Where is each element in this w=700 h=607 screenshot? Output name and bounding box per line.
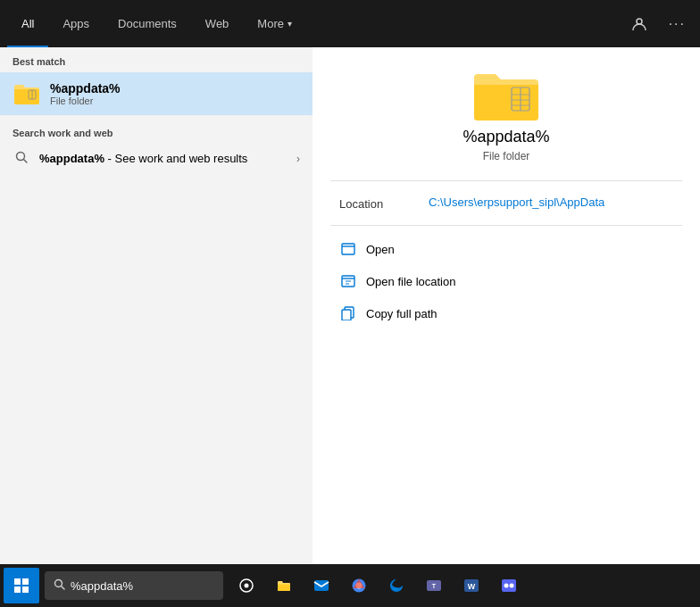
- search-web-query: %appdata% - See work and web results: [39, 152, 288, 165]
- taskbar-search[interactable]: %appdata%: [45, 571, 223, 600]
- location-value[interactable]: C:\Users\erpsupport_sipl\AppData: [429, 195, 604, 209]
- action-open[interactable]: Open: [330, 233, 682, 265]
- action-open-file-location[interactable]: Open file location: [330, 265, 682, 297]
- action-copy-full-path[interactable]: Copy full path: [330, 297, 682, 329]
- chevron-right-icon: ›: [296, 153, 300, 165]
- svg-point-30: [504, 584, 509, 588]
- tab-all-label: All: [21, 17, 34, 30]
- app-subtitle: File folder: [483, 150, 530, 162]
- main-content: Best match %appdata% File folder Search …: [0, 47, 700, 564]
- action-copy-full-path-label: Copy full path: [366, 307, 438, 320]
- action-open-label: Open: [366, 243, 395, 256]
- word-icon: W: [463, 578, 479, 594]
- search-icon: [12, 151, 30, 166]
- edge-icon: [388, 578, 404, 594]
- svg-line-19: [62, 586, 65, 590]
- svg-line-4: [24, 160, 28, 163]
- copy-icon: [339, 304, 357, 322]
- more-options-button[interactable]: ···: [662, 12, 693, 36]
- right-panel: %appdata% File folder Location C:\Users\…: [312, 47, 700, 564]
- left-panel: Best match %appdata% File folder Search …: [0, 47, 312, 564]
- start-button[interactable]: [4, 568, 39, 603]
- chevron-down-icon: ▾: [288, 19, 292, 29]
- best-match-title: %appdata%: [50, 81, 121, 96]
- svg-point-0: [637, 19, 642, 24]
- nav-right: ···: [624, 12, 693, 36]
- svg-rect-29: [502, 579, 516, 592]
- outlook-icon: [313, 578, 329, 594]
- folder-icon-small: [12, 81, 41, 106]
- person-icon: [631, 16, 647, 32]
- search-query-bold: %appdata%: [39, 152, 104, 165]
- svg-rect-14: [14, 578, 21, 585]
- taskbar-search-text: %appdata%: [71, 579, 133, 593]
- svg-rect-13: [342, 310, 351, 320]
- outlook-button[interactable]: [304, 568, 339, 603]
- search-section-label: Search work and web: [0, 115, 312, 144]
- svg-rect-15: [22, 578, 29, 585]
- nav-bar: All Apps Documents Web More ▾: [0, 0, 700, 47]
- folder-icon-large: [471, 65, 542, 128]
- teams-icon: T: [426, 578, 442, 594]
- taskbar-icons: T W: [229, 568, 527, 603]
- tab-more[interactable]: More ▾: [243, 0, 306, 47]
- tab-documents[interactable]: Documents: [104, 0, 191, 47]
- svg-rect-10: [342, 244, 354, 254]
- start-menu: All Apps Documents Web More ▾: [0, 0, 700, 564]
- feedback-button[interactable]: [624, 12, 654, 36]
- best-match-label: Best match: [0, 47, 312, 72]
- ellipsis-icon: ···: [669, 16, 686, 32]
- svg-rect-22: [314, 580, 329, 591]
- svg-rect-17: [22, 586, 29, 593]
- file-explorer-button[interactable]: [266, 568, 302, 603]
- tab-apps[interactable]: Apps: [48, 0, 104, 47]
- location-icon: [339, 272, 357, 290]
- nav-tabs: All Apps Documents Web More ▾: [7, 0, 306, 47]
- edge-button[interactable]: [379, 568, 414, 603]
- tab-more-label: More: [257, 17, 284, 30]
- taskbar-search-icon: [54, 578, 65, 593]
- svg-rect-16: [14, 586, 21, 593]
- chrome-button[interactable]: [341, 568, 377, 603]
- task-view-button[interactable]: [229, 568, 264, 603]
- app-button[interactable]: [491, 568, 527, 603]
- svg-point-31: [510, 584, 514, 588]
- word-button[interactable]: W: [454, 568, 489, 603]
- best-match-text: %appdata% File folder: [50, 81, 121, 106]
- open-icon: [339, 240, 357, 258]
- taskbar: %appdata%: [0, 564, 700, 607]
- svg-text:T: T: [432, 583, 437, 589]
- svg-text:W: W: [468, 582, 476, 591]
- svg-point-21: [245, 584, 249, 588]
- search-web-label: Search work and web: [12, 128, 112, 138]
- divider-top: [330, 180, 682, 181]
- action-open-file-location-label: Open file location: [366, 275, 455, 288]
- best-match-subtitle: File folder: [50, 96, 121, 106]
- search-query-suffix: - See work and web results: [104, 152, 247, 165]
- task-view-icon: [238, 578, 254, 594]
- tab-web[interactable]: Web: [191, 0, 244, 47]
- location-label: Location: [339, 195, 411, 211]
- windows-icon: [13, 578, 29, 594]
- tab-apps-label: Apps: [62, 17, 89, 30]
- teams-button[interactable]: T: [416, 568, 452, 603]
- app-title: %appdata%: [462, 128, 549, 146]
- search-web-item[interactable]: %appdata% - See work and web results ›: [0, 144, 312, 173]
- tab-documents-label: Documents: [118, 17, 177, 30]
- chrome-icon: [351, 578, 367, 594]
- tab-web-label: Web: [205, 17, 229, 30]
- best-match-item[interactable]: %appdata% File folder: [0, 72, 312, 115]
- tab-all[interactable]: All: [7, 0, 48, 47]
- divider-actions: [330, 225, 682, 226]
- app-icon: [501, 578, 517, 594]
- folder-taskbar-icon: [276, 578, 292, 594]
- location-row: Location C:\Users\erpsupport_sipl\AppDat…: [330, 195, 682, 211]
